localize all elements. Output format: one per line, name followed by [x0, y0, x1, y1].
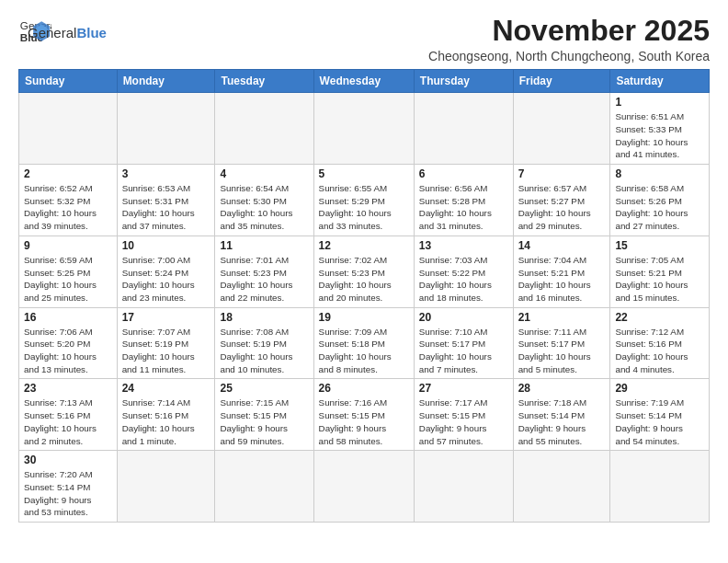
month-title: November 2025 — [428, 15, 710, 47]
day-info: Sunrise: 7:12 AM Sunset: 5:16 PM Dayligh… — [615, 326, 704, 376]
day-info: Sunrise: 6:56 AM Sunset: 5:28 PM Dayligh… — [419, 182, 508, 233]
day-info: Sunrise: 7:04 AM Sunset: 5:21 PM Dayligh… — [518, 254, 606, 304]
calendar-day-cell: 26Sunrise: 7:16 AM Sunset: 5:15 PM Dayli… — [313, 379, 414, 451]
day-number: 5 — [319, 167, 409, 180]
calendar-day-cell: 20Sunrise: 7:10 AM Sunset: 5:17 PM Dayli… — [414, 307, 513, 379]
day-number: 11 — [220, 239, 308, 252]
day-number: 19 — [319, 311, 409, 324]
calendar-day-cell: 6Sunrise: 6:56 AM Sunset: 5:28 PM Daylig… — [414, 165, 513, 236]
calendar-day-cell: 8Sunrise: 6:58 AM Sunset: 5:26 PM Daylig… — [610, 165, 710, 236]
day-info: Sunrise: 7:19 AM Sunset: 5:14 PM Dayligh… — [615, 396, 704, 447]
day-info: Sunrise: 7:17 AM Sunset: 5:15 PM Dayligh… — [419, 396, 508, 447]
calendar-day-cell — [313, 93, 414, 165]
calendar-week-row: 1Sunrise: 6:51 AM Sunset: 5:33 PM Daylig… — [19, 93, 710, 165]
calendar-day-cell — [513, 93, 610, 165]
calendar-week-row: 9Sunrise: 6:59 AM Sunset: 5:25 PM Daylig… — [19, 236, 710, 307]
day-info: Sunrise: 6:52 AM Sunset: 5:32 PM Dayligh… — [24, 182, 112, 233]
day-number: 27 — [419, 382, 508, 395]
calendar-day-cell: 16Sunrise: 7:06 AM Sunset: 5:20 PM Dayli… — [19, 307, 118, 379]
calendar-day-cell: 27Sunrise: 7:17 AM Sunset: 5:15 PM Dayli… — [414, 379, 513, 451]
calendar-day-cell: 2Sunrise: 6:52 AM Sunset: 5:32 PM Daylig… — [19, 165, 118, 236]
day-info: Sunrise: 7:05 AM Sunset: 5:21 PM Dayligh… — [615, 254, 704, 304]
calendar-header-wednesday: Wednesday — [313, 70, 414, 93]
calendar-header-thursday: Thursday — [414, 70, 513, 93]
calendar-header-sunday: Sunday — [19, 70, 118, 93]
calendar-day-cell — [215, 451, 313, 523]
calendar-table: SundayMondayTuesdayWednesdayThursdayFrid… — [18, 69, 710, 523]
calendar-header-monday: Monday — [117, 70, 215, 93]
calendar-day-cell: 30Sunrise: 7:20 AM Sunset: 5:14 PM Dayli… — [19, 451, 118, 523]
calendar-day-cell — [215, 93, 313, 165]
calendar-day-cell — [610, 451, 710, 523]
calendar-day-cell: 3Sunrise: 6:53 AM Sunset: 5:31 PM Daylig… — [117, 165, 215, 236]
day-number: 9 — [24, 239, 112, 252]
subtitle: Cheongseong, North Chungcheong, South Ko… — [428, 49, 710, 63]
calendar-day-cell: 15Sunrise: 7:05 AM Sunset: 5:21 PM Dayli… — [610, 236, 710, 307]
calendar-day-cell — [414, 451, 513, 523]
calendar-day-cell — [313, 451, 414, 523]
calendar-day-cell — [513, 451, 610, 523]
calendar-week-row: 16Sunrise: 7:06 AM Sunset: 5:20 PM Dayli… — [19, 307, 710, 379]
calendar-day-cell: 18Sunrise: 7:08 AM Sunset: 5:19 PM Dayli… — [215, 307, 313, 379]
day-number: 28 — [518, 382, 606, 395]
day-number: 24 — [122, 382, 210, 395]
calendar-day-cell: 29Sunrise: 7:19 AM Sunset: 5:14 PM Dayli… — [610, 379, 710, 451]
day-info: Sunrise: 7:06 AM Sunset: 5:20 PM Dayligh… — [24, 326, 112, 376]
calendar-day-cell: 25Sunrise: 7:15 AM Sunset: 5:15 PM Dayli… — [215, 379, 313, 451]
page: General Blue GeneralBlue November 2025 C… — [0, 0, 728, 532]
calendar-day-cell: 17Sunrise: 7:07 AM Sunset: 5:19 PM Dayli… — [117, 307, 215, 379]
logo: General Blue GeneralBlue — [18, 15, 107, 48]
day-number: 16 — [24, 311, 112, 324]
calendar-day-cell — [19, 93, 118, 165]
day-number: 12 — [319, 239, 409, 252]
day-info: Sunrise: 6:53 AM Sunset: 5:31 PM Dayligh… — [122, 182, 210, 233]
day-info: Sunrise: 6:59 AM Sunset: 5:25 PM Dayligh… — [24, 254, 112, 304]
day-number: 15 — [615, 239, 704, 252]
day-number: 10 — [122, 239, 210, 252]
day-number: 21 — [518, 311, 606, 324]
day-number: 30 — [24, 454, 112, 466]
calendar-day-cell: 13Sunrise: 7:03 AM Sunset: 5:22 PM Dayli… — [414, 236, 513, 307]
calendar-week-row: 2Sunrise: 6:52 AM Sunset: 5:32 PM Daylig… — [19, 165, 710, 236]
calendar-day-cell: 22Sunrise: 7:12 AM Sunset: 5:16 PM Dayli… — [610, 307, 710, 379]
day-info: Sunrise: 7:18 AM Sunset: 5:14 PM Dayligh… — [518, 396, 606, 447]
calendar-day-cell: 5Sunrise: 6:55 AM Sunset: 5:29 PM Daylig… — [313, 165, 414, 236]
title-block: November 2025 Cheongseong, North Chungch… — [428, 15, 710, 63]
day-info: Sunrise: 7:10 AM Sunset: 5:17 PM Dayligh… — [419, 326, 508, 376]
day-info: Sunrise: 7:08 AM Sunset: 5:19 PM Dayligh… — [220, 326, 308, 376]
day-number: 14 — [518, 239, 606, 252]
day-info: Sunrise: 6:54 AM Sunset: 5:30 PM Dayligh… — [220, 182, 308, 233]
day-number: 18 — [220, 311, 308, 324]
calendar-day-cell: 19Sunrise: 7:09 AM Sunset: 5:18 PM Dayli… — [313, 307, 414, 379]
logo-text: GeneralBlue — [28, 25, 107, 41]
day-info: Sunrise: 7:15 AM Sunset: 5:15 PM Dayligh… — [220, 396, 308, 447]
day-info: Sunrise: 7:01 AM Sunset: 5:23 PM Dayligh… — [220, 254, 308, 304]
day-info: Sunrise: 7:00 AM Sunset: 5:24 PM Dayligh… — [122, 254, 210, 304]
day-number: 25 — [220, 382, 308, 395]
day-info: Sunrise: 7:13 AM Sunset: 5:16 PM Dayligh… — [24, 396, 112, 447]
day-number: 4 — [220, 167, 308, 180]
day-info: Sunrise: 7:03 AM Sunset: 5:22 PM Dayligh… — [419, 254, 508, 304]
day-info: Sunrise: 7:20 AM Sunset: 5:14 PM Dayligh… — [24, 468, 112, 519]
day-info: Sunrise: 7:02 AM Sunset: 5:23 PM Dayligh… — [319, 254, 409, 304]
calendar-day-cell: 21Sunrise: 7:11 AM Sunset: 5:17 PM Dayli… — [513, 307, 610, 379]
day-number: 7 — [518, 167, 606, 180]
day-info: Sunrise: 7:09 AM Sunset: 5:18 PM Dayligh… — [319, 326, 409, 376]
calendar-day-cell: 10Sunrise: 7:00 AM Sunset: 5:24 PM Dayli… — [117, 236, 215, 307]
day-number: 1 — [615, 96, 704, 109]
calendar-header-tuesday: Tuesday — [215, 70, 313, 93]
day-number: 8 — [615, 167, 704, 180]
day-number: 26 — [319, 382, 409, 395]
day-number: 20 — [419, 311, 508, 324]
day-number: 23 — [24, 382, 112, 395]
calendar-day-cell: 24Sunrise: 7:14 AM Sunset: 5:16 PM Dayli… — [117, 379, 215, 451]
calendar-day-cell: 14Sunrise: 7:04 AM Sunset: 5:21 PM Dayli… — [513, 236, 610, 307]
calendar-day-cell: 9Sunrise: 6:59 AM Sunset: 5:25 PM Daylig… — [19, 236, 118, 307]
day-number: 17 — [122, 311, 210, 324]
calendar-day-cell: 12Sunrise: 7:02 AM Sunset: 5:23 PM Dayli… — [313, 236, 414, 307]
day-number: 6 — [419, 167, 508, 180]
day-number: 2 — [24, 167, 112, 180]
calendar-week-row: 30Sunrise: 7:20 AM Sunset: 5:14 PM Dayli… — [19, 451, 710, 523]
day-info: Sunrise: 7:16 AM Sunset: 5:15 PM Dayligh… — [319, 396, 409, 447]
day-info: Sunrise: 6:58 AM Sunset: 5:26 PM Dayligh… — [615, 182, 704, 233]
